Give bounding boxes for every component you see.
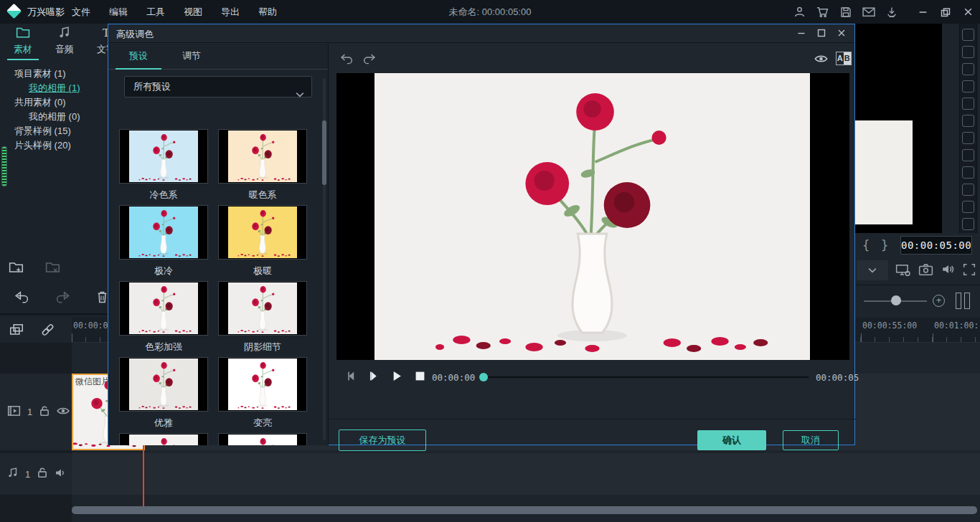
- sidebar-folder-item[interactable]: 共用素材 (0): [0, 95, 108, 110]
- tab-audio-label: 音频: [55, 44, 74, 54]
- confirm-button[interactable]: 确认: [697, 430, 766, 450]
- preview-viewport: [336, 73, 849, 360]
- display-settings-icon[interactable]: [895, 263, 911, 280]
- preset-label: 阴影细节: [218, 341, 307, 353]
- audio-track-header: 1: [0, 453, 72, 495]
- dialog-close-icon[interactable]: [837, 27, 846, 40]
- timeline-toolbar: [0, 318, 72, 343]
- dialog-maximize-icon[interactable]: [817, 27, 826, 40]
- preset-item[interactable]: 阴影细节: [218, 281, 307, 353]
- zoom-in-icon[interactable]: +: [933, 295, 945, 307]
- compare-eye-icon[interactable]: [814, 54, 828, 67]
- preset-item[interactable]: [218, 433, 307, 445]
- tab-media-label: 素材: [14, 44, 32, 54]
- sprocket-square: [962, 46, 974, 58]
- menu-item[interactable]: 导出: [221, 6, 240, 19]
- account-icon[interactable]: [793, 6, 806, 18]
- stop-icon[interactable]: [415, 371, 425, 384]
- zoom-slider-handle[interactable]: [891, 295, 901, 305]
- play-icon[interactable]: [392, 371, 402, 384]
- add-to-track-icon[interactable]: [9, 323, 24, 340]
- preset-item[interactable]: 优雅: [119, 357, 208, 430]
- menu-item[interactable]: 文件: [72, 6, 90, 19]
- previous-frame-icon[interactable]: [346, 371, 357, 384]
- delete-folder-icon[interactable]: [45, 260, 62, 277]
- audio-track-number: 1: [25, 469, 30, 480]
- menu-item[interactable]: 视图: [184, 6, 202, 19]
- track-size-icon[interactable]: [956, 293, 970, 309]
- menu-item[interactable]: 工具: [146, 6, 165, 19]
- restore-icon[interactable]: [941, 7, 951, 17]
- ruler-timestamp: 00:01:00:: [934, 321, 979, 331]
- tab-adjust[interactable]: 调节: [169, 49, 215, 62]
- preset-item[interactable]: 极暖: [218, 205, 307, 277]
- preset-scrollbar-thumb[interactable]: [322, 120, 326, 185]
- preview-quality-dropdown[interactable]: [857, 260, 888, 280]
- timeline-hscrollbar[interactable]: [72, 506, 977, 514]
- preset-item[interactable]: 暖色系: [218, 129, 307, 201]
- preset-label: 极暖: [218, 265, 307, 277]
- sprocket-square: [962, 218, 974, 230]
- preset-item[interactable]: 冷色系: [119, 129, 208, 201]
- seek-handle[interactable]: [479, 373, 488, 381]
- cancel-button[interactable]: 取消: [783, 430, 839, 450]
- eye-icon[interactable]: [57, 406, 70, 419]
- video-track-number: 1: [27, 407, 32, 417]
- app-window: 万兴喵影 文件编辑工具视图导出帮助 未命名: 00:00:05:00 素材: [0, 0, 980, 522]
- mark-in-icon[interactable]: {: [862, 238, 870, 252]
- timecode-display[interactable]: 00:00:05:00: [900, 236, 972, 255]
- divider: [0, 313, 108, 315]
- preset-filter-dropdown[interactable]: 所有预设: [124, 76, 312, 98]
- sidebar-folder-item[interactable]: 片头样例 (20): [0, 138, 108, 153]
- preset-item[interactable]: 色彩加强: [119, 281, 208, 353]
- snapshot-camera-icon[interactable]: [918, 263, 933, 279]
- menu-item[interactable]: 编辑: [109, 6, 128, 19]
- tab-presets[interactable]: 预设: [116, 49, 161, 62]
- close-icon[interactable]: [963, 7, 973, 16]
- seek-bar[interactable]: [480, 376, 809, 378]
- sprocket-square: [962, 166, 974, 179]
- menubar: 文件编辑工具视图导出帮助: [72, 0, 277, 24]
- preset-item[interactable]: [119, 433, 208, 445]
- audio-track[interactable]: [72, 453, 980, 495]
- next-frame-icon[interactable]: [369, 371, 380, 384]
- undo-icon[interactable]: [14, 291, 29, 306]
- preset-label: 暖色系: [218, 189, 307, 201]
- save-icon[interactable]: [840, 6, 852, 18]
- lock-icon[interactable]: [37, 467, 48, 481]
- undo-icon[interactable]: [339, 52, 354, 67]
- download-icon[interactable]: [886, 6, 897, 18]
- redo-icon[interactable]: [362, 52, 377, 67]
- sidebar-folder-item[interactable]: 项目素材 (1): [0, 67, 108, 81]
- add-folder-icon[interactable]: [9, 260, 25, 277]
- lock-icon[interactable]: [39, 405, 50, 419]
- save-as-preset-button[interactable]: 保存为预设: [339, 430, 426, 451]
- audio-level-meter: [1, 146, 7, 186]
- preset-label: 色彩加强: [119, 341, 208, 353]
- ab-compare-icon[interactable]: AB: [836, 52, 852, 65]
- sidebar-folder-item[interactable]: 我的相册 (1): [0, 81, 108, 95]
- dialog-minimize-icon[interactable]: [797, 27, 806, 40]
- tab-media[interactable]: 素材: [3, 26, 43, 56]
- titlebar: 万兴喵影 文件编辑工具视图导出帮助 未命名: 00:00:05:00: [0, 0, 980, 24]
- link-icon[interactable]: [40, 323, 55, 340]
- menu-item[interactable]: 帮助: [258, 6, 277, 19]
- minimize-icon[interactable]: [918, 7, 928, 16]
- fullscreen-icon[interactable]: [963, 263, 976, 279]
- trash-icon[interactable]: [96, 290, 108, 306]
- cart-icon[interactable]: [816, 6, 829, 18]
- preset-panel: 预设 调节 所有预设 冷色系: [108, 44, 329, 445]
- mute-speaker-icon[interactable]: [941, 263, 955, 278]
- mail-icon[interactable]: [862, 6, 875, 17]
- preset-item[interactable]: 变亮: [218, 357, 307, 430]
- sidebar-folder-item[interactable]: 我的相册 (0): [0, 110, 108, 124]
- redo-icon[interactable]: [55, 291, 70, 306]
- duration: 00:00:05: [816, 372, 859, 383]
- sprocket-square: [962, 63, 974, 75]
- dialog-tabs: 预设 调节: [108, 44, 328, 70]
- sidebar-folder-item[interactable]: 背景样例 (15): [0, 124, 108, 138]
- speaker-icon[interactable]: [55, 468, 67, 481]
- preset-item[interactable]: 极冷: [119, 205, 208, 277]
- tab-audio[interactable]: 音频: [44, 26, 85, 56]
- mark-out-icon[interactable]: }: [881, 238, 888, 252]
